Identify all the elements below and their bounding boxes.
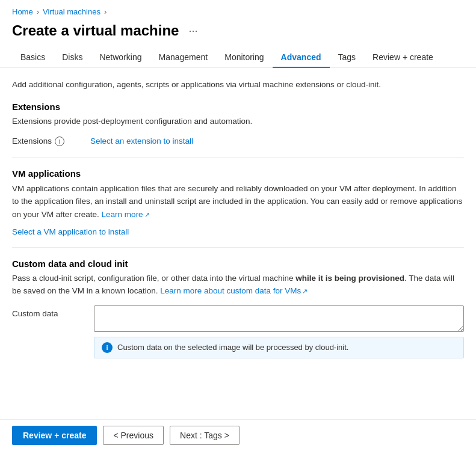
custom-data-textarea[interactable]	[94, 305, 464, 332]
tab-disks[interactable]: Disks	[54, 48, 91, 68]
extensions-label-text: Extensions	[12, 137, 52, 146]
vm-apps-select-link[interactable]: Select a VM application to install	[12, 227, 129, 236]
extensions-field-row: Extensions i Select an extension to inst…	[12, 137, 464, 146]
review-create-button[interactable]: Review + create	[12, 426, 97, 445]
ellipsis-button[interactable]: ···	[185, 23, 201, 38]
tab-tags[interactable]: Tags	[330, 48, 365, 68]
breadcrumb-home[interactable]: Home	[12, 7, 33, 16]
tab-basics[interactable]: Basics	[12, 48, 54, 68]
vm-apps-text-content: VM applications contain application file…	[12, 184, 462, 219]
breadcrumb: Home › Virtual machines ›	[0, 0, 476, 20]
vm-apps-title: VM applications	[12, 168, 464, 179]
custom-data-desc-bold: while it is being provisioned	[295, 274, 404, 283]
main-content: Add additional configuration, agents, sc…	[0, 68, 476, 358]
vm-apps-learn-more-label: Learn more	[102, 210, 143, 219]
page-title: Create a virtual machine	[12, 22, 179, 39]
tab-monitoring[interactable]: Monitoring	[216, 48, 272, 68]
vm-apps-learn-more[interactable]: Learn more↗	[102, 210, 150, 219]
extensions-title: Extensions	[12, 102, 464, 112]
extensions-select-link[interactable]: Select an extension to install	[90, 137, 193, 146]
custom-data-title: Custom data and cloud init	[12, 259, 464, 269]
custom-data-external-icon: ↗	[302, 287, 308, 295]
custom-data-info-bar: i Custom data on the selected image will…	[94, 337, 464, 358]
custom-data-label: Custom data	[12, 305, 84, 358]
breadcrumb-vms[interactable]: Virtual machines	[43, 7, 100, 16]
custom-data-learn-more[interactable]: Learn more about custom data for VMs↗	[160, 286, 308, 295]
next-button[interactable]: Next : Tags >	[170, 426, 240, 445]
info-bar-text: Custom data on the selected image will b…	[117, 343, 348, 352]
breadcrumb-chevron-2: ›	[104, 7, 107, 16]
tab-advanced[interactable]: Advanced	[273, 48, 330, 68]
custom-data-desc: Pass a cloud-init script, configuration …	[12, 272, 464, 297]
main-scroll: Add additional configuration, agents, sc…	[0, 68, 476, 402]
divider-2	[12, 247, 464, 248]
custom-data-section: Custom data and cloud init Pass a cloud-…	[12, 259, 464, 358]
tab-networking[interactable]: Networking	[91, 48, 150, 68]
tab-review[interactable]: Review + create	[364, 48, 442, 68]
custom-data-desc-start: Pass a cloud-init script, configuration …	[12, 274, 295, 283]
extensions-label: Extensions i	[12, 137, 84, 146]
info-bar-icon: i	[102, 342, 113, 353]
custom-data-row: Custom data i Custom data on the selecte…	[12, 305, 464, 358]
breadcrumb-chevron-1: ›	[37, 7, 39, 16]
extensions-section: Extensions Extensions provide post-deplo…	[12, 102, 464, 146]
extensions-desc: Extensions provide post-deployment confi…	[12, 115, 464, 127]
vm-apps-section: VM applications VM applications contain …	[12, 168, 464, 237]
external-link-icon: ↗	[144, 211, 150, 218]
previous-button[interactable]: < Previous	[103, 426, 164, 445]
footer: Review + create < Previous Next : Tags >	[0, 419, 476, 451]
tab-management[interactable]: Management	[150, 48, 217, 68]
subtitle-text: Add additional configuration, agents, sc…	[12, 79, 464, 91]
page-title-row: Create a virtual machine ···	[0, 20, 476, 48]
tabs-bar: Basics Disks Networking Management Monit…	[0, 48, 476, 68]
custom-data-learn-more-label: Learn more about custom data for VMs	[160, 286, 301, 295]
divider-1	[12, 157, 464, 158]
vm-apps-text: VM applications contain application file…	[12, 182, 464, 221]
extensions-info-icon[interactable]: i	[55, 137, 64, 146]
